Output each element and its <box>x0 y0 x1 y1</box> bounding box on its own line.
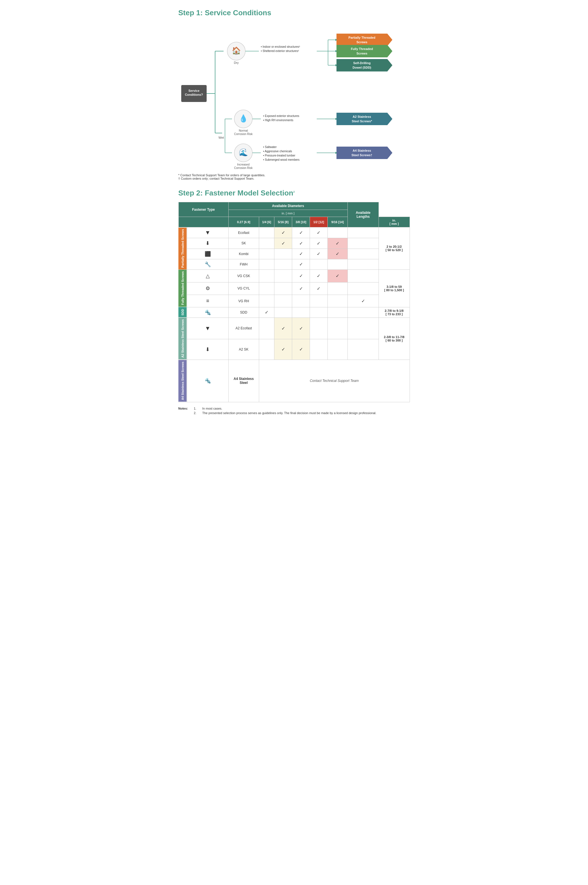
check-1-sk: ✓ <box>274 238 292 249</box>
group-label-a4: A4 Stainless Steel Screws <box>178 360 187 402</box>
svg-text:• Indoor or enclosed structure: • Indoor or enclosed structures¹ <box>261 45 300 48</box>
check-2-vgcyl: ✓ <box>292 282 310 295</box>
fastener-name-fwh: FWH <box>228 259 259 269</box>
svg-text:Wet: Wet <box>219 136 224 139</box>
check-1-sdd <box>274 307 292 317</box>
th-dia-0: 0.27 [6.9] <box>228 217 259 227</box>
fastener-name-a2sk: A2 SK <box>228 339 259 360</box>
group-label-a2: A2 Stainless Steel Screws <box>178 317 187 360</box>
th-dia-5: 9/16 [14] <box>327 217 348 227</box>
check-2-a2ecofast: ✓ <box>292 317 310 339</box>
fastener-icon-a4: 🔩 <box>187 360 228 402</box>
svg-text:A2 Stainless: A2 Stainless <box>352 115 371 118</box>
check-3-ecofast: ✓ <box>310 227 327 238</box>
check-4-fwh <box>327 259 348 269</box>
check-1-ecofast: ✓ <box>274 227 292 238</box>
check-1-vgcyl <box>274 282 292 295</box>
check-4-ecofast <box>327 227 348 238</box>
check-4-vgcsk: ✓ <box>327 269 348 282</box>
note-2-text: The presented selection process serves a… <box>202 411 376 415</box>
check-4-vgcyl <box>327 282 348 295</box>
svg-text:Steel Screws*: Steel Screws* <box>351 119 372 123</box>
fastener-icon-vgrh: ≡ <box>187 295 228 307</box>
selection-table: Fastener Type Available Diameters Availa… <box>178 202 410 402</box>
svg-text:Conditions?: Conditions? <box>184 93 202 96</box>
check-2-ecofast: ✓ <box>292 227 310 238</box>
note-1-text: In most cases. <box>202 407 222 410</box>
svg-text:Fully Threaded: Fully Threaded <box>351 47 373 51</box>
th-dia-3: 3/8 [10] <box>292 217 310 227</box>
check-2-vgcsk: ✓ <box>292 269 310 282</box>
check-3-vgcyl: ✓ <box>310 282 327 295</box>
fastener-name-kombi: Kombi <box>228 249 259 259</box>
table-row: ⚙ VG CYL ✓ ✓ <box>178 282 410 295</box>
svg-text:Corrosion Risk: Corrosion Risk <box>234 132 253 135</box>
check-5-kombi <box>348 249 378 259</box>
check-2-sdd <box>292 307 310 317</box>
fastener-name-vgrh: VG RH <box>228 295 259 307</box>
table-row: A4 Stainless Steel Screws 🔩 A4 Stainless… <box>178 360 410 402</box>
svg-text:• Submerged wood members: • Submerged wood members <box>263 158 300 161</box>
svg-marker-22 <box>336 34 392 46</box>
check-1-vgrh <box>274 295 292 307</box>
fastener-icon-a2ecofast: ▼ <box>187 317 228 339</box>
table-row: A2 Stainless Steel Screws ▼ A2 Ecofast ✓… <box>178 317 410 339</box>
svg-marker-43 <box>336 113 392 125</box>
th-available-diameters: Available Diameters <box>228 202 348 210</box>
check-2-sk: ✓ <box>292 238 310 249</box>
note-2: 2. The presented selection process serve… <box>194 411 376 415</box>
fastener-name-vgcyl: VG CYL <box>228 282 259 295</box>
th-available-lengths: Available Lengths <box>348 202 378 227</box>
len-sdd: 2-7/8 to 9-1/8[ 73 to 233 ] <box>378 307 410 317</box>
check-4-a2sk <box>327 339 348 360</box>
fastener-icon-sk: ⬇ <box>187 238 228 249</box>
check-5-fwh <box>348 259 378 269</box>
service-conditions-diagram: Service Conditions? Dry 🏠 • Indoor or en… <box>178 23 410 171</box>
table-row: ⬇ SK ✓ ✓ ✓ ✓ <box>178 238 410 249</box>
fastener-name-a2ecofast: A2 Ecofast <box>228 317 259 339</box>
avail-len-label: Available Lengths <box>356 211 370 219</box>
svg-marker-25 <box>336 45 392 57</box>
sc-footnotes: * Contact Technical Support Team for ord… <box>178 173 410 180</box>
svg-text:Screws: Screws <box>356 41 367 44</box>
check-4-vgrh <box>327 295 348 307</box>
check-4-a2ecofast <box>327 317 348 339</box>
check-3-a2ecofast <box>310 317 327 339</box>
svg-text:💧: 💧 <box>239 114 248 123</box>
fastener-icon-vgcsk: △ <box>187 269 228 282</box>
check-0-vgrh <box>259 295 274 307</box>
step1-title: Step 1: Service Conditions <box>178 9 410 17</box>
fastener-icon-vgcyl: ⚙ <box>187 282 228 295</box>
check-1-a2ecofast: ✓ <box>274 317 292 339</box>
svg-marker-58 <box>336 147 392 159</box>
check-5-sdd <box>348 307 378 317</box>
fastener-name-sdd: SDD <box>228 307 259 317</box>
check-0-vgcyl <box>259 282 274 295</box>
check-2-kombi: ✓ <box>292 249 310 259</box>
fastener-name-a4: A4 StainlessSteel <box>228 360 259 402</box>
table-row: Partially Threaded Screws ▼ Ecofast ✓ ✓ … <box>178 227 410 238</box>
notes-section: Notes: 1. In most cases. 2. The presente… <box>178 407 410 416</box>
check-5-vgcyl <box>348 282 378 295</box>
check-1-fwh <box>274 259 292 269</box>
svg-text:🏠: 🏠 <box>232 46 241 55</box>
table-row: Fully Threaded Screws △ VG CSK ✓ ✓ ✓ 3-1… <box>178 269 410 282</box>
check-1-a2sk: ✓ <box>274 339 292 360</box>
check-1-kombi <box>274 249 292 259</box>
check-4-sk: ✓ <box>327 238 348 249</box>
check-3-kombi: ✓ <box>310 249 327 259</box>
check-2-fwh: ✓ <box>292 259 310 269</box>
len-fully: 3-1/8 to 59[ 80 to 1,500 ] <box>378 269 410 307</box>
step2-title: Step 2: Fastener Model Selection2 <box>178 189 410 197</box>
group-label-fully: Fully Threaded Screws <box>178 269 187 307</box>
th-ft-label <box>178 217 228 227</box>
check-3-vgrh <box>310 295 327 307</box>
fastener-icon-ecofast: ▼ <box>187 227 228 238</box>
check-0-a2ecofast <box>259 317 274 339</box>
group-label-partially: Partially Threaded Screws <box>178 227 187 270</box>
check-5-ecofast <box>348 227 378 238</box>
fastener-icon-sdd: 🔩 <box>187 307 228 317</box>
fastener-name-sk: SK <box>228 238 259 249</box>
check-3-a2sk <box>310 339 327 360</box>
check-0-ecofast <box>259 227 274 238</box>
